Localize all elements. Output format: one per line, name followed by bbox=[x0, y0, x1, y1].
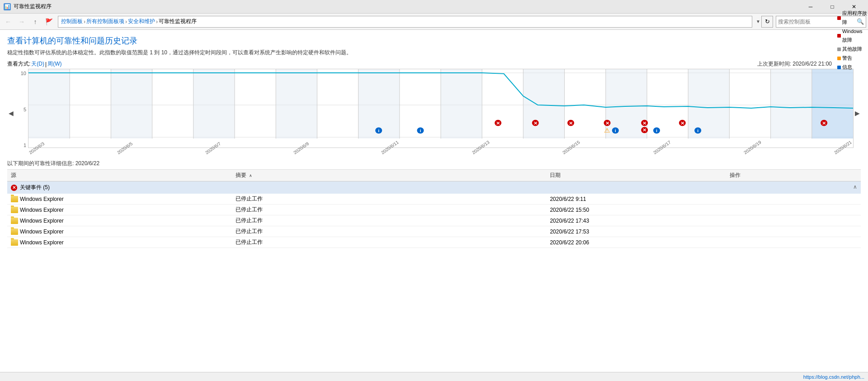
legend-dot-other-failure bbox=[837, 48, 841, 51]
action-cell bbox=[726, 194, 861, 205]
sort-arrow-summary: ∧ bbox=[249, 173, 252, 178]
source-name: Windows Explorer bbox=[20, 239, 64, 246]
col-header-action[interactable]: 操作 bbox=[726, 170, 861, 181]
svg-text:i: i bbox=[420, 129, 421, 133]
svg-text:⚠: ⚠ bbox=[604, 127, 610, 134]
source-cell: Windows Explorer bbox=[11, 196, 228, 202]
date-cell: 2020/6/22 17:53 bbox=[546, 226, 726, 237]
legend-dot-windows-failure bbox=[837, 34, 841, 38]
col-header-source[interactable]: 源 bbox=[7, 170, 232, 181]
breadcrumb-item-3[interactable]: 安全和维护 bbox=[128, 18, 155, 25]
main-content: 查看计算机的可靠性和问题历史记录 稳定性指数可评估系统的总体稳定性。此指数的取值… bbox=[0, 30, 868, 381]
legend-other-failure[interactable]: 其他故障 bbox=[837, 45, 868, 54]
source-cell: Windows Explorer bbox=[11, 207, 228, 213]
table-row[interactable]: Windows Explorer 已停止工作 2020/6/22 9:11 bbox=[7, 194, 861, 205]
address-bar[interactable]: 控制面板 › 所有控制面板项 › 安全和维护 › 可靠性监视程序 bbox=[58, 16, 752, 28]
address-dropdown[interactable]: ▼ bbox=[756, 19, 760, 24]
nav-bar: ← → ↑ 🚩 控制面板 › 所有控制面板项 › 安全和维护 › 可靠性监视程序… bbox=[0, 14, 868, 30]
chart-main: ✕ ✕ ✕ ✕ ✕ ✕ ✕ ✕ bbox=[28, 69, 854, 157]
svg-text:✕: ✕ bbox=[605, 121, 609, 126]
view-day-link[interactable]: 天(D) bbox=[31, 60, 44, 68]
details-section: 以下期间的可靠性详细信息: 2020/6/22 源 摘要 ∧ bbox=[7, 157, 861, 381]
forward-button[interactable]: → bbox=[15, 15, 28, 28]
action-cell bbox=[726, 237, 861, 248]
chart-prev-button[interactable]: ◀ bbox=[7, 69, 14, 157]
breadcrumb-sep-1: › bbox=[84, 19, 85, 25]
svg-rect-11 bbox=[688, 69, 729, 138]
source-name: Windows Explorer bbox=[20, 229, 64, 235]
folder-icon bbox=[11, 196, 18, 202]
collapse-arrow[interactable]: ∧ bbox=[853, 184, 857, 190]
date-cell: 2020/6/22 17:43 bbox=[546, 215, 726, 226]
svg-rect-3 bbox=[28, 69, 70, 138]
table-row[interactable]: Windows Explorer 已停止工作 2020/6/22 15:50 bbox=[7, 205, 861, 215]
window-title: 可靠性监视程序 bbox=[14, 3, 52, 10]
svg-rect-13 bbox=[812, 69, 853, 138]
last-update: 上次更新时间: 2020/6/22 21:00 bbox=[757, 60, 832, 68]
refresh-button[interactable]: ↻ bbox=[761, 16, 773, 28]
svg-text:i: i bbox=[656, 129, 657, 133]
app-icon: 📊 bbox=[4, 3, 11, 10]
legend-label-info: 信息 bbox=[842, 63, 852, 72]
svg-text:i: i bbox=[697, 129, 698, 133]
back-button[interactable]: ← bbox=[2, 15, 14, 28]
breadcrumb-item-2[interactable]: 所有控制面板项 bbox=[86, 18, 124, 25]
svg-rect-12 bbox=[771, 69, 812, 138]
chart-legend: 应用程序故障 Windows 故障 其他故障 警告 信息 bbox=[837, 30, 868, 72]
y-label-10: 10 bbox=[21, 71, 26, 76]
critical-error-icon: ✕ bbox=[11, 185, 17, 191]
folder-icon bbox=[11, 207, 18, 213]
view-sep: | bbox=[45, 61, 47, 67]
x-axis-labels: 2020/6/3 2020/6/5 2020/6/7 2020/6/9 2020… bbox=[28, 149, 854, 156]
legend-dot-warning bbox=[837, 57, 841, 60]
view-week-link[interactable]: 周(W) bbox=[47, 60, 61, 68]
legend-windows-failure[interactable]: Windows 故障 bbox=[837, 30, 868, 45]
svg-rect-10 bbox=[606, 69, 647, 138]
source-cell: Windows Explorer bbox=[11, 239, 228, 246]
minimize-button[interactable]: ─ bbox=[800, 0, 821, 14]
source-name: Windows Explorer bbox=[20, 196, 64, 202]
table-row[interactable]: Windows Explorer 已停止工作 2020/6/22 20:06 bbox=[7, 237, 861, 248]
folder-icon bbox=[11, 239, 18, 246]
legend-label-warning: 警告 bbox=[842, 54, 852, 63]
chart-next-button[interactable]: ▶ bbox=[854, 69, 861, 157]
summary-cell: 已停止工作 bbox=[232, 205, 547, 215]
table-row[interactable]: Windows Explorer 已停止工作 2020/6/22 17:43 bbox=[7, 215, 861, 226]
legend-dot-info bbox=[837, 66, 841, 69]
date-cell: 2020/6/22 20:06 bbox=[546, 237, 726, 248]
summary-cell: 已停止工作 bbox=[232, 194, 547, 205]
breadcrumb-sep-2: › bbox=[125, 19, 127, 25]
svg-text:✕: ✕ bbox=[642, 128, 646, 133]
details-table: 源 摘要 ∧ 日期 操作 bbox=[7, 170, 861, 248]
folder-icon bbox=[11, 229, 18, 235]
date-cell: 2020/6/22 9:11 bbox=[546, 194, 726, 205]
source-name: Windows Explorer bbox=[20, 207, 64, 213]
details-title: 以下期间的可靠性详细信息: 2020/6/22 bbox=[7, 157, 861, 170]
svg-text:✕: ✕ bbox=[569, 121, 572, 126]
chart-area: ◀ 10 5 1 bbox=[0, 69, 868, 157]
svg-text:i: i bbox=[378, 129, 379, 133]
flag-button[interactable]: 🚩 bbox=[42, 15, 55, 28]
col-header-summary[interactable]: 摘要 ∧ bbox=[232, 170, 547, 181]
legend-info[interactable]: 信息 bbox=[837, 63, 868, 72]
view-mode-label: 查看方式: bbox=[7, 60, 30, 68]
critical-section-header[interactable]: ✕ 关键事件 (5) ∧ bbox=[7, 181, 861, 194]
status-url[interactable]: https://blog.csdn.net/phph... bbox=[803, 374, 864, 380]
up-button[interactable]: ↑ bbox=[29, 15, 42, 28]
svg-text:i: i bbox=[615, 129, 616, 133]
legend-label-windows-failure: Windows 故障 bbox=[842, 30, 868, 45]
svg-text:✕: ✕ bbox=[496, 121, 500, 126]
breadcrumb-item-1[interactable]: 控制面板 bbox=[61, 18, 83, 25]
col-header-date[interactable]: 日期 bbox=[546, 170, 726, 181]
title-bar: 📊 可靠性监视程序 ─ □ ✕ bbox=[0, 0, 868, 14]
legend-warning[interactable]: 警告 bbox=[837, 54, 868, 63]
page-title: 查看计算机的可靠性和问题历史记录 bbox=[7, 35, 861, 46]
source-name: Windows Explorer bbox=[20, 218, 64, 224]
breadcrumb-sep-3: › bbox=[156, 19, 158, 25]
svg-rect-4 bbox=[111, 69, 152, 138]
svg-rect-6 bbox=[276, 69, 317, 138]
table-row[interactable]: Windows Explorer 已停止工作 2020/6/22 17:53 bbox=[7, 226, 861, 237]
view-row: 查看方式: 天(D) | 周(W) 上次更新时间: 2020/6/22 21:0… bbox=[0, 59, 868, 69]
date-cell: 2020/6/22 15:50 bbox=[546, 205, 726, 215]
svg-rect-5 bbox=[193, 69, 235, 138]
